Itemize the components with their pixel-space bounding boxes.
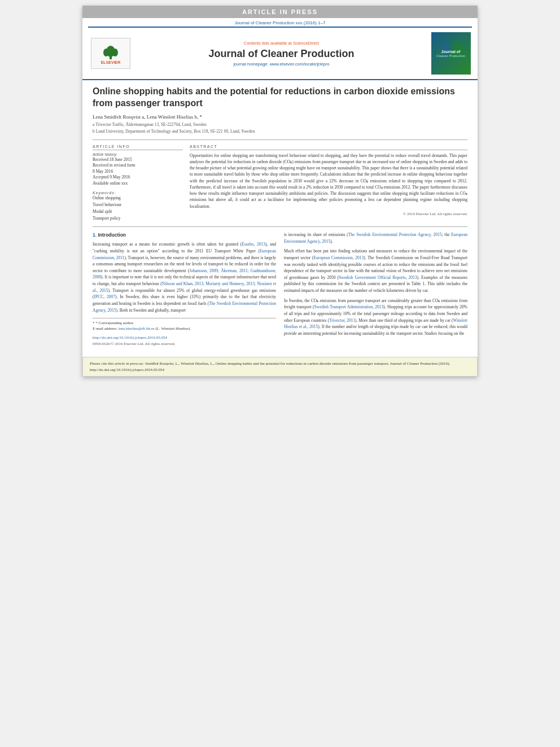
keywords-list: Online shopping Travel behaviour Modal s… bbox=[93, 195, 183, 222]
intro-col2-para3: In Sweden, the CO₂ emissions from passen… bbox=[284, 298, 467, 337]
svg-point-2 bbox=[103, 49, 109, 56]
cp-logo-text: Journal of bbox=[441, 49, 461, 54]
footnote-email: E-mail address: lena.hiselius@tft.lth.se… bbox=[93, 326, 276, 332]
received2: 8 May 2016 bbox=[93, 169, 183, 175]
journal-ref-text: Journal of Cleaner Production xxx (2016)… bbox=[235, 20, 326, 25]
keyword-1: Online shopping bbox=[93, 195, 183, 202]
keyword-2: Travel behaviour bbox=[93, 202, 183, 208]
keyword-4: Transport policy bbox=[93, 215, 183, 222]
journal-ref: Journal of Cleaner Production xxx (2016)… bbox=[82, 18, 478, 27]
affiliation-a: a Trivector Traffic, Åldermansgatan 13, … bbox=[93, 122, 467, 128]
body-columns: 1. Introduction Increasing transport as … bbox=[93, 231, 467, 347]
copyright-text: © 2016 Elsevier Ltd. All rights reserved… bbox=[190, 212, 467, 216]
sciencedirect-note: Contents lists available at ScienceDirec… bbox=[133, 41, 430, 46]
journal-header: ELSEVIER Contents lists available at Sci… bbox=[82, 28, 478, 80]
ref-sgor[interactable]: Swedish Government Official Reports, 201… bbox=[339, 275, 417, 280]
article-info-title: ARTICLE INFO bbox=[93, 145, 183, 150]
intro-heading: 1. Introduction bbox=[93, 231, 276, 239]
homepage-url[interactable]: www.elsevier.com/locate/jclepro bbox=[270, 62, 330, 67]
received1: Received 18 June 2015 bbox=[93, 157, 183, 163]
article-title: Online shopping habits and the potential… bbox=[93, 86, 467, 110]
accepted: Accepted 9 May 2016 bbox=[93, 174, 183, 181]
keyword-3: Modal split bbox=[93, 208, 183, 215]
intro-col2-para1: is increasing its share of emissions (Th… bbox=[284, 231, 467, 244]
ref-sta[interactable]: Swedish Transport Administration, 2013 bbox=[314, 304, 384, 309]
keywords-label: Keywords: bbox=[93, 191, 183, 195]
intro-col2-para2: Much effort has been put into finding so… bbox=[284, 248, 467, 294]
history-label: Article history: bbox=[93, 152, 183, 156]
authors-line: Lena Smidfelt Rosqvist a, Lena Winslott … bbox=[93, 114, 467, 120]
journal-title: Journal of Cleaner Production bbox=[133, 48, 430, 60]
citation-text: Smidfelt Rosqvist, L., Winslott Hiselius… bbox=[90, 361, 450, 372]
ref-winslott[interactable]: Winslott Hiselius et al., 2015 bbox=[284, 318, 467, 330]
ref-ec2013[interactable]: European Commission, 2013 bbox=[313, 255, 364, 260]
citation-bar: Please cite this article in press as: Sm… bbox=[82, 357, 478, 377]
issn-text: 0959-6526/© 2016 Elsevier Ltd. All right… bbox=[93, 341, 276, 347]
footnote-area: * * Corresponding author. E-mail address… bbox=[93, 318, 276, 347]
available-online: Available online xxx bbox=[93, 181, 183, 187]
ref-ipcc[interactable]: IPCC, 2007 bbox=[94, 294, 115, 299]
footnote-corresponding: * * Corresponding author. bbox=[93, 321, 276, 326]
cp-logo-area: Journal of Cleaner Production bbox=[430, 32, 472, 75]
journal-center: Contents lists available at ScienceDirec… bbox=[133, 41, 430, 67]
ref-johansson[interactable]: Johansson, 2009; Åkerman, 2011; Gudmunds… bbox=[93, 268, 276, 280]
elsevier-label: ELSEVIER bbox=[101, 60, 121, 64]
affiliation-b: b Lund University, Department of Technol… bbox=[93, 129, 467, 135]
intro-section-title: Introduction bbox=[98, 232, 126, 238]
abstract-text: Opportunities for online shopping are tr… bbox=[190, 152, 467, 209]
header-body-divider bbox=[93, 139, 467, 140]
elsevier-logo-area: ELSEVIER bbox=[88, 38, 133, 69]
aip-banner-text: ARTICLE IN PRESS bbox=[242, 8, 318, 15]
journal-homepage: journal homepage: www.elsevier.com/locat… bbox=[133, 62, 430, 67]
main-content: Online shopping habits and the potential… bbox=[82, 80, 478, 352]
ref-trivector[interactable]: Trivector, 2011 bbox=[329, 318, 355, 323]
info-abstract-row: ARTICLE INFO Article history: Received 1… bbox=[93, 145, 467, 222]
intro-col1-para1: Increasing transport as a means for econ… bbox=[93, 241, 276, 313]
body-col-left: 1. Introduction Increasing transport as … bbox=[93, 231, 276, 347]
ref-sepa[interactable]: The Swedish Environmental Protection Age… bbox=[93, 301, 276, 313]
cp-logo-subtitle: Cleaner Production bbox=[436, 54, 465, 58]
doi-link[interactable]: http://dx.doi.org/10.1016/j.jclepro.2016… bbox=[93, 335, 167, 340]
ref-essebo[interactable]: Essebo, 2013 bbox=[242, 242, 265, 247]
elsevier-tree-icon bbox=[99, 42, 122, 59]
article-info-panel: ARTICLE INFO Article history: Received 1… bbox=[93, 145, 183, 222]
intro-section-number: 1. bbox=[93, 232, 97, 238]
sciencedirect-link-text[interactable]: ScienceDirect bbox=[293, 41, 319, 46]
abstract-title: ABSTRACT bbox=[190, 145, 467, 150]
body-section-divider bbox=[93, 226, 467, 227]
body-col-right: is increasing its share of emissions (Th… bbox=[284, 231, 467, 347]
cp-logo: Journal of Cleaner Production bbox=[431, 32, 471, 75]
svg-point-3 bbox=[112, 49, 118, 56]
ref-sepa2[interactable]: The Swedish Environmental Protection Age… bbox=[348, 232, 442, 237]
citation-label: Please cite this article in press as: bbox=[90, 361, 144, 366]
abstract-panel: ABSTRACT Opportunities for online shoppi… bbox=[190, 145, 467, 222]
ref-ec2011[interactable]: European Commission, 2011 bbox=[93, 248, 276, 260]
footnote-email-link[interactable]: lena.hiselius@tft.lth.se bbox=[119, 326, 155, 331]
keywords-section: Keywords: Online shopping Travel behavio… bbox=[93, 191, 183, 222]
page: ARTICLE IN PRESS Journal of Cleaner Prod… bbox=[82, 6, 478, 377]
elsevier-logo: ELSEVIER bbox=[91, 38, 130, 69]
revised-label: Received in revised form bbox=[93, 163, 183, 169]
ref-nilsson[interactable]: Nilsson and Khan, 2013; Moriarty and Hon… bbox=[93, 281, 276, 293]
aip-banner: ARTICLE IN PRESS bbox=[82, 6, 478, 18]
